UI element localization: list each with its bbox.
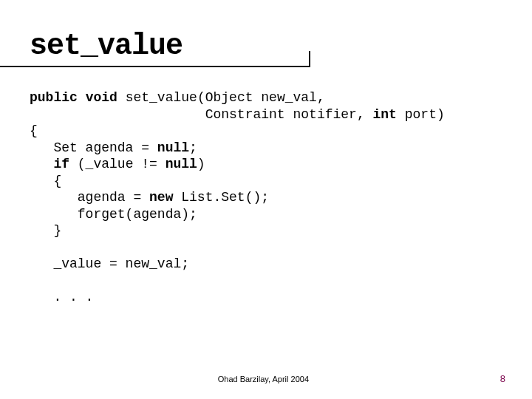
p1-name: new_val [261, 90, 317, 105]
ellipsis: . . . [30, 290, 93, 304]
p3-name: port [405, 107, 437, 122]
page-number: 8 [500, 373, 505, 384]
kw-void: void [86, 90, 117, 105]
title-tick [309, 51, 310, 67]
if-pre [30, 157, 53, 171]
if-cond-post: ) [197, 157, 205, 171]
brace-open: { [30, 123, 38, 138]
inner-assign-pre: agenda = [30, 190, 149, 205]
forget-line: forget(agenda); [30, 207, 197, 222]
kw-public: public [30, 90, 78, 105]
code-block: public void set_value(Object new_val, Co… [30, 89, 502, 306]
kw-null1: null [157, 140, 189, 155]
assign-line: _value = new_val; [30, 256, 189, 271]
p1-type: Object [205, 90, 253, 105]
footer: Ohad Barzilay, April 2004 8 [0, 373, 532, 384]
title-underline [0, 66, 310, 67]
agenda-pre: Set agenda = [30, 140, 157, 155]
inner-assign-post: List.Set(); [173, 190, 269, 205]
footer-author: Ohad Barzilay, April 2004 [27, 375, 500, 383]
slide: set_value public void set_value(Object n… [0, 0, 532, 399]
if-cond-pre: (_value != [69, 157, 166, 171]
p2-type: Constraint [205, 107, 285, 122]
semi1: ; [189, 140, 197, 155]
p2-name: notifier [293, 107, 356, 122]
kw-int: int [373, 107, 397, 122]
kw-new: new [149, 190, 173, 205]
fn-name: set_value [126, 90, 197, 105]
slide-title: set_value [30, 30, 502, 63]
inner-close: } [30, 223, 61, 238]
kw-if: if [53, 157, 69, 171]
title-area: set_value [30, 30, 502, 69]
kw-null2: null [166, 157, 197, 171]
inner-open: { [30, 174, 61, 188]
